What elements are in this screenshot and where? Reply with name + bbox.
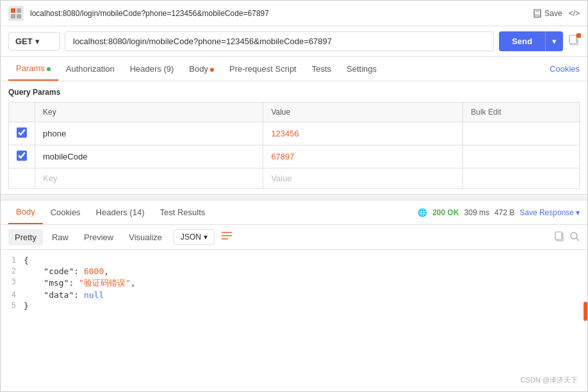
table-row: phone 123456 xyxy=(9,122,580,145)
filter-icon xyxy=(221,231,233,240)
tab-params[interactable]: Params xyxy=(8,57,58,81)
new-key-input[interactable]: Key xyxy=(35,168,263,189)
title-url: localhost:8080/login/mobileCode?phone=12… xyxy=(30,9,533,18)
format-select[interactable]: JSON ▾ xyxy=(174,229,215,245)
save-button[interactable]: Save xyxy=(533,9,562,18)
method-label: GET xyxy=(15,37,33,46)
send-dropdown-button[interactable]: ▾ xyxy=(545,31,563,51)
section-divider xyxy=(1,194,587,200)
tab-body[interactable]: Body xyxy=(181,58,222,80)
send-button[interactable]: Send xyxy=(499,31,545,51)
params-table: Key Value Bulk Edit phone 123456 mobileC… xyxy=(8,102,580,189)
save-icon xyxy=(533,9,542,18)
col-value: Value xyxy=(263,102,463,122)
scrollbar-indicator xyxy=(584,302,587,321)
title-bar: localhost:8080/login/mobileCode?phone=12… xyxy=(1,1,587,26)
resp-tab-headers[interactable]: Headers (14) xyxy=(88,201,152,224)
clipboard-button[interactable] xyxy=(568,35,580,48)
copy-icon xyxy=(554,231,564,241)
response-tabs: Body Cookies Headers (14) Test Results 🌐… xyxy=(1,200,587,225)
watermark: CSDN @泽济天下 xyxy=(521,375,578,385)
tab-settings[interactable]: Settings xyxy=(339,58,384,80)
view-tabs: Pretty Raw Preview Visualize JSON ▾ xyxy=(1,225,587,250)
code-line-1: 1 { xyxy=(1,255,587,266)
view-actions xyxy=(554,231,580,243)
code-line-5: 5 } xyxy=(1,300,587,311)
filter-button[interactable] xyxy=(217,229,236,245)
method-chevron-icon: ▾ xyxy=(35,37,40,46)
row2-value[interactable]: 67897 xyxy=(263,145,463,168)
response-code: 1 { 2 "code": 6000, 3 "msg": "验证码错误", 4 xyxy=(1,250,587,391)
save-response-button[interactable]: Save Response ▾ xyxy=(519,208,580,217)
tab-tests[interactable]: Tests xyxy=(304,58,339,80)
svg-rect-2 xyxy=(11,14,15,19)
response-size: 472 B xyxy=(494,208,514,217)
view-tab-visualize[interactable]: Visualize xyxy=(122,229,168,245)
method-select[interactable]: GET ▾ xyxy=(8,32,60,51)
table-row: mobileCode 67897 xyxy=(9,145,580,168)
svg-rect-0 xyxy=(11,8,15,13)
resp-tab-body[interactable]: Body xyxy=(8,200,43,224)
svg-point-14 xyxy=(571,233,577,239)
col-key: Key xyxy=(35,102,263,122)
svg-rect-5 xyxy=(535,10,539,12)
row1-checkbox[interactable] xyxy=(17,127,27,138)
search-button[interactable] xyxy=(569,231,580,243)
response-time: 309 ms xyxy=(464,208,489,217)
format-chevron-icon: ▾ xyxy=(204,233,208,241)
query-params-title: Query Params xyxy=(8,88,580,97)
code-toggle-button[interactable]: </> xyxy=(569,9,580,18)
view-tab-raw[interactable]: Raw xyxy=(45,229,75,245)
notification-badge xyxy=(576,33,581,38)
svg-rect-1 xyxy=(17,8,21,13)
tab-headers[interactable]: Headers (9) xyxy=(122,58,182,80)
row2-key[interactable]: mobileCode xyxy=(35,145,263,168)
view-tab-pretty[interactable]: Pretty xyxy=(8,229,43,245)
row1-key[interactable]: phone xyxy=(35,122,263,145)
resp-tab-cookies[interactable]: Cookies xyxy=(43,201,88,224)
copy-button[interactable] xyxy=(554,231,564,243)
response-section: Body Cookies Headers (14) Test Results 🌐… xyxy=(1,200,587,391)
table-row: Key Value xyxy=(9,168,580,189)
title-actions: Save </> xyxy=(533,9,580,18)
code-line-3: 3 "msg": "验证码错误", xyxy=(1,277,587,290)
svg-rect-6 xyxy=(535,14,540,17)
resp-tab-test-results[interactable]: Test Results xyxy=(152,201,213,224)
query-params-section: Query Params Key Value Bulk Edit phone 1… xyxy=(1,81,587,189)
body-dot xyxy=(210,68,214,72)
code-line-4: 4 "data": null xyxy=(1,290,587,300)
new-value-input[interactable]: Value xyxy=(263,168,463,189)
svg-rect-13 xyxy=(555,232,562,240)
tab-authorization[interactable]: Authorization xyxy=(58,58,122,80)
code-line-2: 2 "code": 6000, xyxy=(1,266,587,277)
status-badge: 200 OK xyxy=(432,208,459,217)
row2-checkbox[interactable] xyxy=(17,151,27,161)
col-bulk: Bulk Edit xyxy=(463,102,580,122)
save-response-chevron-icon: ▾ xyxy=(576,208,580,217)
request-tabs: Params Authorization Headers (9) Body Pr… xyxy=(1,57,587,81)
globe-icon: 🌐 xyxy=(418,208,427,217)
url-input[interactable] xyxy=(65,31,494,51)
params-dot xyxy=(47,67,51,71)
svg-rect-8 xyxy=(569,35,576,44)
tab-prerequest[interactable]: Pre-request Script xyxy=(222,58,304,80)
search-icon xyxy=(569,231,580,241)
bulk-edit-button[interactable]: Bulk Edit xyxy=(471,108,501,117)
response-meta: 🌐 200 OK 309 ms 472 B Save Response ▾ xyxy=(418,208,580,217)
row1-value[interactable]: 123456 xyxy=(263,122,463,145)
svg-rect-3 xyxy=(17,14,21,19)
cookies-link[interactable]: Cookies xyxy=(550,64,580,74)
request-bar: GET ▾ Send ▾ xyxy=(1,26,587,57)
svg-line-15 xyxy=(576,238,579,241)
send-button-group: Send ▾ xyxy=(499,31,563,51)
app-icon xyxy=(8,6,24,21)
view-tab-preview[interactable]: Preview xyxy=(78,229,120,245)
col-check xyxy=(9,102,35,122)
